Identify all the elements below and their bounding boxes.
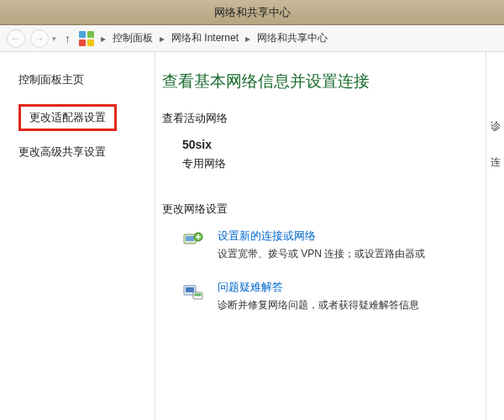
new-connection-icon — [181, 228, 206, 254]
sidebar-adapter-link[interactable]: 更改适配器设置 — [29, 110, 106, 125]
new-connection-desc: 设置宽带、拨号或 VPN 连接；或设置路由器或 — [218, 247, 425, 261]
troubleshoot-link[interactable]: 问题疑难解答 — [218, 280, 419, 295]
list-item: 问题疑难解答 诊断并修复网络问题，或者获得疑难解答信息 — [181, 280, 486, 312]
main-content: 查看基本网络信息并设置连接 查看活动网络 50six 专用网络 更改网络设置 设… — [155, 52, 486, 420]
highlight-box: 更改适配器设置 — [18, 104, 117, 131]
sidebar: 控制面板主页 更改适配器设置 更改高级共享设置 — [0, 52, 155, 420]
svg-rect-1 — [186, 236, 194, 241]
right-fragment: 诊 — [486, 119, 504, 134]
back-button[interactable]: ← — [7, 29, 25, 48]
window-titlebar: 网络和共享中心 — [0, 0, 504, 25]
active-network-block: 50six 专用网络 — [162, 138, 486, 171]
svg-rect-6 — [195, 294, 202, 297]
breadcrumb-item[interactable]: 控制面板 — [113, 31, 153, 45]
network-name: 50six — [182, 138, 486, 151]
page-heading: 查看基本网络信息并设置连接 — [162, 71, 486, 92]
change-settings-label: 更改网络设置 — [162, 202, 486, 217]
forward-button[interactable]: → — [30, 29, 49, 48]
troubleshoot-icon — [181, 280, 206, 305]
breadcrumb-item[interactable]: 网络和 Internet — [171, 31, 239, 45]
breadcrumb-item[interactable]: 网络和共享中心 — [257, 31, 328, 45]
chevron-icon: ▸ — [160, 33, 165, 45]
control-panel-icon — [79, 31, 94, 46]
active-networks-label: 查看活动网络 — [162, 111, 486, 126]
svg-rect-4 — [186, 287, 194, 292]
window-title: 网络和共享中心 — [214, 5, 291, 20]
chevron-icon: ▸ — [101, 33, 106, 45]
sidebar-home-link[interactable]: 控制面板主页 — [18, 72, 155, 87]
troubleshoot-desc: 诊断并修复网络问题，或者获得疑难解答信息 — [218, 298, 419, 312]
list-item: 设置新的连接或网络 设置宽带、拨号或 VPN 连接；或设置路由器或 — [181, 228, 486, 261]
sidebar-advanced-link[interactable]: 更改高级共享设置 — [18, 144, 155, 160]
up-button[interactable]: ↑ — [61, 32, 74, 45]
navigation-toolbar: ← → ▾ ↑ ▸ 控制面板 ▸ 网络和 Internet ▸ 网络和共享中心 — [0, 25, 504, 52]
chevron-icon: ▸ — [245, 33, 250, 45]
network-type: 专用网络 — [182, 156, 486, 171]
right-fragment: 连 — [486, 155, 504, 170]
new-connection-link[interactable]: 设置新的连接或网络 — [218, 228, 425, 244]
history-dropdown[interactable]: ▾ — [52, 34, 56, 43]
right-cut-panel: 诊 连 — [486, 52, 504, 420]
